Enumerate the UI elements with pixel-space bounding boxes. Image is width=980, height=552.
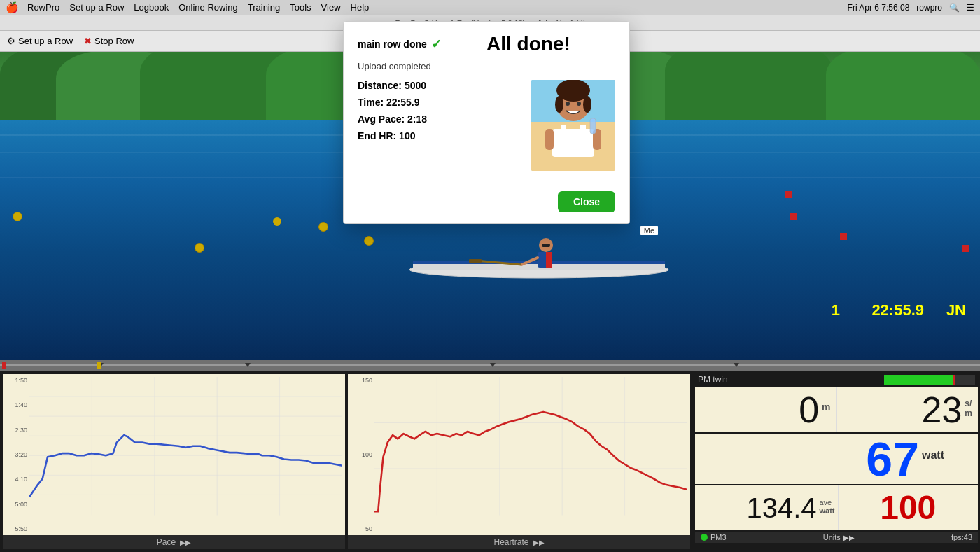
modal-title: All done! <box>442 33 615 55</box>
hr-title: Heartrate <box>493 537 528 547</box>
close-button[interactable]: Close <box>558 191 615 212</box>
pace-title: Pace <box>157 537 176 547</box>
svg-rect-28 <box>552 129 594 157</box>
buoy-1 <box>13 212 22 221</box>
svg-rect-29 <box>561 125 566 139</box>
track-yellow-marker <box>97 362 101 369</box>
search-icon[interactable]: 🔍 <box>949 3 960 13</box>
hr-title-bar: Heartrate ▶▶ <box>348 535 690 549</box>
pace-title-bar: Pace ▶▶ <box>3 535 345 549</box>
pm-ave-watt-unit: watt <box>820 506 835 515</box>
track-bar <box>0 360 980 371</box>
track-marker-3 <box>490 363 496 367</box>
stop-icon: ✖ <box>84 36 92 46</box>
person-photo-svg <box>531 80 615 171</box>
hr-y-axis: 150 100 50 <box>349 377 374 532</box>
pm-hr-cell: 100 <box>839 485 979 530</box>
svg-rect-6 <box>546 252 552 268</box>
setup-row-button[interactable]: ⚙ Set up a Row <box>7 36 73 46</box>
rower-container: Me <box>406 238 672 283</box>
pm-spm-unit-container: s/ m <box>962 399 972 421</box>
setup-icon: ⚙ <box>7 36 15 46</box>
pm-spm-unit: s/ <box>965 399 972 408</box>
menu-help[interactable]: Help <box>351 2 370 13</box>
pm-watt-unit: watt <box>922 449 944 462</box>
menu-logbook[interactable]: Logbook <box>134 2 169 13</box>
modal-stats: Distance: 5000 Time: 22:55.9 Avg Pace: 2… <box>358 80 520 147</box>
modal-status-text: main row done <box>358 39 427 50</box>
hr-y-label-2: 100 <box>349 451 374 458</box>
pace-y-label-4: 3:20 <box>4 451 29 458</box>
svg-point-38 <box>566 102 570 106</box>
buoy-2 <box>195 243 204 253</box>
stat-avg-pace: Avg Pace: 2:18 <box>358 113 520 125</box>
menu-setup[interactable]: Set up a Row <box>69 2 124 13</box>
pm-status-dot <box>701 534 708 541</box>
stop-row-button[interactable]: ✖ Stop Row <box>84 36 134 46</box>
svg-rect-33 <box>590 118 596 134</box>
boat-svg <box>406 238 672 280</box>
setup-label: Set up a Row <box>18 36 73 46</box>
pm-spm-cell: 23 s/ m <box>837 387 979 432</box>
red-marker-2 <box>790 213 797 220</box>
menu-training[interactable]: Training <box>248 2 280 13</box>
pm-units-arrows: ▶▶ <box>844 534 855 541</box>
pace-y-label-2: 1:40 <box>4 401 29 408</box>
stat-end-hr: End HR: 100 <box>358 130 520 142</box>
modal-header: main row done ✓ All done! <box>358 33 615 55</box>
menu-rowpro[interactable]: RowPro <box>27 2 59 13</box>
pm-hr-value: 100 <box>880 491 936 525</box>
hr-arrows: ▶▶ <box>533 539 545 546</box>
pace-y-label-6: 5:00 <box>4 501 29 508</box>
pace-y-label-5: 4:10 <box>4 476 29 483</box>
pm-ave-label: ave <box>820 498 835 506</box>
menu-view[interactable]: View <box>321 2 341 13</box>
menu-online[interactable]: Online Rowing <box>178 2 238 13</box>
modal-card: main row done ✓ All done! Upload complet… <box>343 21 630 224</box>
pm-title: PM twin <box>698 375 728 385</box>
pm-distance-value: 0 <box>799 392 819 428</box>
apple-menu[interactable]: 🍎 <box>6 1 19 14</box>
pm-watt-unit-cell: watt <box>922 449 978 469</box>
pm-spm-value: 23 <box>921 392 962 428</box>
pm-ave-unit-container: ave watt <box>817 498 835 518</box>
menu-bar-right: Fri Apr 6 7:56:08 rowpro 🔍 ☰ <box>848 3 974 13</box>
menu-bar: 🍎 RowPro Set up a Row Logbook Online Row… <box>0 0 980 15</box>
pm-watt-value-cell: 67 <box>695 435 922 483</box>
red-marker-1 <box>785 191 792 198</box>
pace-chart-svg <box>29 377 342 516</box>
modal-status: main row done ✓ <box>358 36 442 52</box>
pm-header: PM twin <box>695 373 978 387</box>
modal-body: Distance: 5000 Time: 22:55.9 Avg Pace: 2… <box>358 80 615 171</box>
red-marker-3 <box>840 233 847 240</box>
stat-distance: Distance: 5000 <box>358 80 520 91</box>
stop-label: Stop Row <box>94 36 134 46</box>
pace-chart-panel: 1:50 1:40 2:30 3:20 4:10 5:00 5:50 <box>3 374 345 549</box>
menu-tools[interactable]: Tools <box>290 2 311 13</box>
hr-chart-svg <box>374 377 687 516</box>
heartrate-chart-panel: 150 100 50 01,000 2,000 3,000 <box>348 374 690 549</box>
stat-time: Time: 22:55.9 <box>358 97 520 108</box>
menu-bar-user: rowpro <box>916 3 942 13</box>
svg-rect-4 <box>542 244 550 247</box>
pm-bar-fill <box>884 375 955 385</box>
pm-distance-unit: m <box>819 401 830 418</box>
svg-rect-9 <box>469 259 482 263</box>
buoy-5 <box>273 217 281 226</box>
pm-progress-bar <box>884 375 975 385</box>
pm-pm3-label: PM3 <box>710 533 727 541</box>
charts-container: 1:50 1:40 2:30 3:20 4:10 5:00 5:50 <box>0 371 693 552</box>
buoy-3 <box>318 222 328 232</box>
pm-watt-value: 67 <box>866 435 919 483</box>
menu-icon[interactable]: ☰ <box>967 3 974 13</box>
pm-fps-label: fps:43 <box>951 533 972 541</box>
position-number: 1 <box>832 301 840 319</box>
hr-y-label-1: 150 <box>349 377 374 384</box>
modal-footer: Close <box>358 191 615 212</box>
scene-time: 22:55.9 <box>872 301 924 319</box>
pace-arrows: ▶▶ <box>180 539 191 546</box>
svg-point-37 <box>583 96 592 113</box>
svg-point-36 <box>555 96 564 113</box>
svg-rect-30 <box>580 125 586 139</box>
pm-distance-cell: 0 m <box>695 387 837 432</box>
